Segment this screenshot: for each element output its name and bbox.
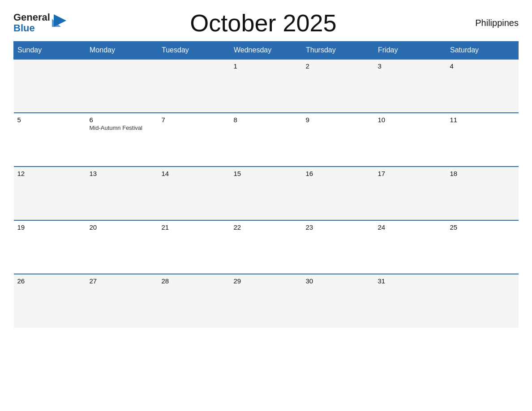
header-friday: Friday — [374, 42, 446, 60]
calendar-cell: 17 — [374, 167, 446, 220]
calendar-cell: 14 — [158, 167, 230, 220]
weekday-header-row: Sunday Monday Tuesday Wednesday Thursday… — [14, 42, 519, 60]
calendar-week-row: 19202122232425 — [14, 220, 519, 274]
calendar-cell: 9 — [302, 113, 374, 167]
day-number: 16 — [306, 170, 371, 177]
calendar-cell — [86, 59, 158, 113]
day-number: 4 — [450, 62, 515, 70]
calendar-cell: 18 — [446, 167, 519, 220]
day-number: 2 — [306, 62, 371, 70]
header-saturday: Saturday — [446, 42, 519, 60]
header-sunday: Sunday — [14, 42, 86, 60]
calendar-cell: 24 — [374, 220, 446, 274]
calendar-cell: 25 — [446, 220, 519, 274]
calendar-cell: 22 — [230, 220, 302, 274]
calendar-cell: 2 — [302, 59, 374, 113]
calendar-cell: 26 — [14, 274, 86, 328]
day-number: 11 — [450, 116, 515, 124]
day-number: 28 — [162, 277, 227, 285]
header-monday: Monday — [86, 42, 158, 60]
header-thursday: Thursday — [302, 42, 374, 60]
day-number: 10 — [378, 116, 443, 124]
logo: General Blue — [13, 12, 66, 34]
calendar-cell: 1 — [230, 59, 302, 113]
logo-text: General Blue — [13, 12, 50, 34]
calendar-cell: 16 — [302, 167, 374, 220]
calendar-cell: 31 — [374, 274, 446, 328]
calendar-cell: 8 — [230, 113, 302, 167]
day-number: 23 — [306, 223, 371, 231]
day-number: 24 — [378, 223, 443, 231]
header: General Blue October 2025 Philippines — [13, 9, 519, 37]
calendar-cell: 20 — [86, 220, 158, 274]
day-number: 21 — [162, 223, 227, 231]
calendar-cell: 23 — [302, 220, 374, 274]
day-number: 15 — [234, 170, 299, 177]
calendar-cell: 4 — [446, 59, 519, 113]
day-number: 22 — [234, 223, 299, 231]
calendar-cell: 27 — [86, 274, 158, 328]
calendar-cell: 19 — [14, 220, 86, 274]
calendar-cell: 3 — [374, 59, 446, 113]
country-label: Philippines — [460, 18, 519, 28]
month-title: October 2025 — [66, 9, 460, 37]
day-number: 14 — [162, 170, 227, 177]
logo-blue-text: Blue — [13, 23, 50, 34]
calendar-cell: 21 — [158, 220, 230, 274]
calendar-week-row: 56Mid-Autumn Festival7891011 — [14, 113, 519, 167]
calendar-cell: 11 — [446, 113, 519, 167]
day-number: 18 — [450, 170, 515, 177]
day-number: 26 — [17, 277, 82, 285]
logo-general-text: General — [13, 12, 50, 23]
day-number: 29 — [234, 277, 299, 285]
calendar-cell: 28 — [158, 274, 230, 328]
calendar-week-row: 262728293031 — [14, 274, 519, 328]
calendar-cell: 7 — [158, 113, 230, 167]
day-event: Mid-Autumn Festival — [90, 124, 154, 131]
day-number: 31 — [378, 277, 443, 285]
day-number: 17 — [378, 170, 443, 177]
calendar-page: General Blue October 2025 Philippines Su… — [0, 0, 532, 411]
day-number: 25 — [450, 223, 515, 231]
calendar-week-row: 12131415161718 — [14, 167, 519, 220]
calendar-cell: 15 — [230, 167, 302, 220]
day-number: 6 — [90, 116, 154, 124]
day-number: 12 — [17, 170, 82, 177]
header-tuesday: Tuesday — [158, 42, 230, 60]
calendar-cell: 13 — [86, 167, 158, 220]
day-number: 13 — [90, 170, 154, 177]
day-number: 3 — [378, 62, 443, 70]
day-number: 19 — [17, 223, 82, 231]
day-number: 30 — [306, 277, 371, 285]
calendar-week-row: 1234 — [14, 59, 519, 113]
calendar-cell: 5 — [14, 113, 86, 167]
calendar-cell — [14, 59, 86, 113]
day-number: 20 — [90, 223, 154, 231]
logo-icon — [52, 16, 66, 30]
day-number: 1 — [234, 62, 299, 70]
calendar-cell: 10 — [374, 113, 446, 167]
calendar-cell — [158, 59, 230, 113]
day-number: 27 — [90, 277, 154, 285]
calendar-table: Sunday Monday Tuesday Wednesday Thursday… — [13, 41, 519, 328]
calendar-cell: 29 — [230, 274, 302, 328]
day-number: 8 — [234, 116, 299, 124]
calendar-cell — [446, 274, 519, 328]
day-number: 9 — [306, 116, 371, 124]
calendar-cell: 12 — [14, 167, 86, 220]
day-number: 5 — [17, 116, 82, 124]
day-number: 7 — [162, 116, 227, 124]
calendar-cell: 6Mid-Autumn Festival — [86, 113, 158, 167]
header-wednesday: Wednesday — [230, 42, 302, 60]
calendar-cell: 30 — [302, 274, 374, 328]
